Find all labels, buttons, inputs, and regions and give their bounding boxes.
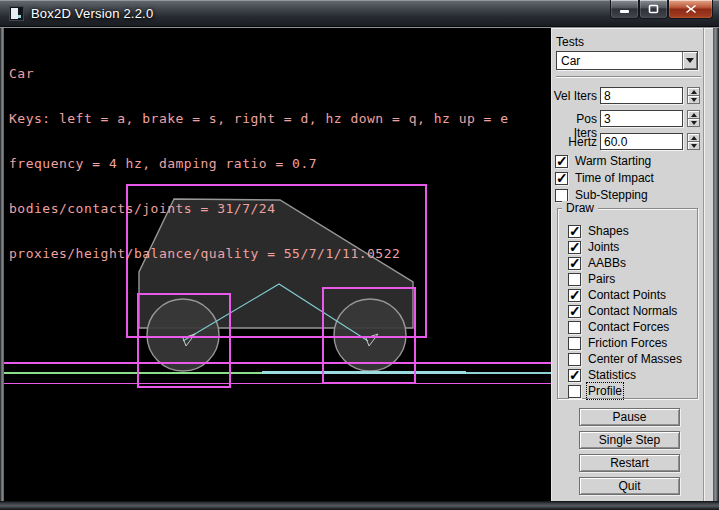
debug-text-overlay: Car Keys: left = a, brake = s, right = d… [9, 36, 509, 291]
spinner-down-button[interactable] [687, 141, 700, 150]
maximize-icon [648, 4, 659, 14]
checkbox-label: Contact Points [588, 288, 666, 302]
front-wheel-shape [334, 299, 406, 371]
checkbox-label: Time of Impact [575, 171, 654, 185]
checkbox-contact-forces[interactable]: Contact Forces [568, 320, 669, 334]
panel-column-divider [703, 28, 705, 501]
checkbox-label: Pairs [588, 272, 615, 286]
checkbox-box[interactable] [555, 155, 568, 168]
arrow-down-icon [691, 98, 697, 102]
checkbox-friction-forces[interactable]: Friction Forces [568, 336, 667, 350]
hertz-input[interactable] [600, 133, 683, 150]
vel-iters-label: Vel Iters [551, 89, 597, 103]
checkbox-box[interactable] [568, 273, 581, 286]
draw-groupbox: Draw Shapes Joints AABBs Pairs [557, 208, 698, 399]
checkbox-statistics[interactable]: Statistics [568, 368, 636, 382]
checkbox-box[interactable] [568, 241, 581, 254]
checkbox-box[interactable] [568, 337, 581, 350]
checkbox-box[interactable] [568, 385, 581, 398]
hertz-arrows [687, 133, 700, 150]
tests-dropdown-value: Car [561, 54, 580, 68]
close-button[interactable] [668, 0, 713, 19]
checkbox-box[interactable] [568, 225, 581, 238]
checkbox-sub-stepping[interactable]: Sub-Stepping [555, 188, 648, 202]
pos-iters-spinner: Pos Iters [551, 110, 701, 127]
vel-iters-input[interactable] [600, 87, 683, 104]
window-border-bottom [0, 501, 719, 510]
pos-iters-input[interactable] [600, 110, 683, 127]
arrow-up-icon [691, 113, 697, 117]
minimize-icon [619, 5, 630, 14]
checkbox-box[interactable] [555, 189, 568, 202]
checkbox-label: Center of Masses [588, 352, 682, 366]
app-icon [9, 6, 24, 21]
checkbox-box[interactable] [568, 289, 581, 302]
arrow-up-icon [691, 136, 697, 140]
simulation-canvas[interactable]: Car Keys: left = a, brake = s, right = d… [4, 28, 551, 501]
checkbox-contact-normals[interactable]: Contact Normals [568, 304, 677, 318]
stats-bodies-text: bodies/contacts/joints = 31/7/24 [9, 201, 509, 216]
window-border-right [713, 28, 719, 501]
single-step-button[interactable]: Single Step [579, 431, 680, 449]
pos-iters-arrows [687, 110, 700, 127]
quit-button[interactable]: Quit [579, 477, 680, 495]
draw-groupbox-title: Draw [562, 201, 598, 215]
pause-button[interactable]: Pause [579, 408, 680, 426]
vel-iters-arrows [687, 87, 700, 104]
test-title-text: Car [9, 66, 509, 81]
checkbox-joints[interactable]: Joints [568, 240, 619, 254]
rear-wheel-shape [147, 299, 219, 371]
checkbox-label: Friction Forces [588, 336, 667, 350]
hertz-label: Hertz [551, 135, 597, 149]
stats-proxies-text: proxies/height/balance/quality = 55/7/1/… [9, 246, 509, 261]
vel-iters-spinner: Vel Iters [551, 87, 701, 104]
close-icon [685, 4, 697, 14]
arrow-down-icon [691, 121, 697, 125]
checkbox-warm-starting[interactable]: Warm Starting [555, 154, 651, 168]
checkbox-label: AABBs [588, 256, 626, 270]
window-controls [610, 0, 713, 19]
checkbox-contact-points[interactable]: Contact Points [568, 288, 666, 302]
checkbox-box[interactable] [568, 305, 581, 318]
checkbox-label: Joints [588, 240, 619, 254]
checkbox-shapes[interactable]: Shapes [568, 224, 629, 238]
checkbox-box[interactable] [555, 172, 568, 185]
app-window: Box2D Version 2.2.0 [0, 0, 719, 510]
hertz-spinner: Hertz [551, 133, 701, 150]
ground-edges [4, 373, 551, 374]
separator-line [556, 76, 701, 78]
checkbox-box[interactable] [568, 353, 581, 366]
maximize-button[interactable] [639, 0, 668, 19]
checkbox-label: Profile [588, 384, 622, 398]
checkbox-label: Sub-Stepping [575, 188, 648, 202]
window-title: Box2D Version 2.2.0 [31, 6, 153, 21]
checkbox-profile[interactable]: Profile [568, 384, 622, 398]
checkbox-label: Contact Normals [588, 304, 677, 318]
client-area: Car Keys: left = a, brake = s, right = d… [0, 27, 719, 501]
arrow-up-icon [691, 90, 697, 94]
tests-dropdown-arrow-button[interactable] [682, 52, 697, 69]
checkbox-label: Warm Starting [575, 154, 651, 168]
checkbox-box[interactable] [568, 321, 581, 334]
checkbox-time-of-impact[interactable]: Time of Impact [555, 171, 654, 185]
checkbox-box[interactable] [568, 369, 581, 382]
spinner-down-button[interactable] [687, 118, 700, 127]
keys-help-text: Keys: left = a, brake = s, right = d, hz… [9, 111, 509, 126]
control-panel: Tests Car Vel Iters Pos Iters [551, 28, 713, 501]
chevron-down-icon [686, 58, 694, 63]
frequency-text: frequency = 4 hz, damping ratio = 0.7 [9, 156, 509, 171]
checkbox-center-of-masses[interactable]: Center of Masses [568, 352, 682, 366]
checkbox-pairs[interactable]: Pairs [568, 272, 615, 286]
checkbox-label: Contact Forces [588, 320, 669, 334]
titlebar[interactable]: Box2D Version 2.2.0 [0, 0, 719, 27]
tests-dropdown[interactable]: Car [556, 51, 698, 70]
arrow-down-icon [691, 144, 697, 148]
checkbox-aabbs[interactable]: AABBs [568, 256, 626, 270]
checkbox-label: Shapes [588, 224, 629, 238]
checkbox-label: Statistics [588, 368, 636, 382]
restart-button[interactable]: Restart [579, 454, 680, 472]
spinner-down-button[interactable] [687, 95, 700, 104]
minimize-button[interactable] [610, 0, 639, 19]
checkbox-box[interactable] [568, 257, 581, 270]
tests-label: Tests [556, 35, 584, 49]
